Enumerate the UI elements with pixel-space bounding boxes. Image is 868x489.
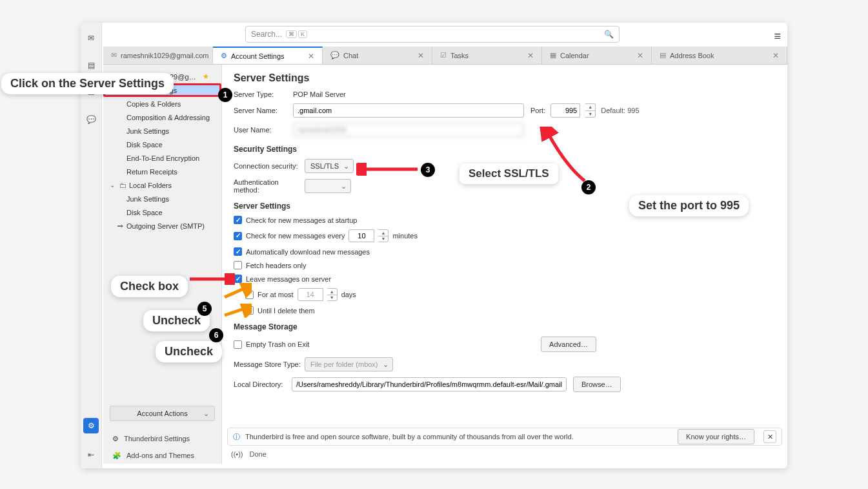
at-most-input[interactable]	[298, 288, 323, 301]
tab-chat[interactable]: 💬 Chat ✕	[323, 47, 432, 64]
shortcut-chip: ⌘	[286, 30, 297, 38]
info-text: Thunderbird is free and open source soft…	[245, 433, 574, 441]
calendar-icon: ▦	[550, 51, 556, 59]
mail-icon: ✉	[111, 51, 117, 59]
advanced-label: Advanced…	[549, 340, 588, 348]
star-icon: ★	[203, 72, 209, 81]
account-actions-button[interactable]: Account Actions	[110, 406, 215, 421]
thunderbird-settings-link[interactable]: ⚙Thunderbird Settings	[112, 430, 221, 447]
tree-label: Return Receipts	[126, 168, 177, 176]
close-tab-icon[interactable]: ✕	[303, 52, 314, 61]
search-input[interactable]: Search... ⌘ K 🔍	[245, 26, 620, 43]
know-your-rights-button[interactable]: Know your rights…	[678, 429, 754, 444]
at-most-label-post: days	[341, 291, 356, 298]
store-type-label: Message Store Type:	[234, 360, 305, 368]
tree-label: Copies & Folders	[126, 100, 181, 108]
close-tab-icon[interactable]: ✕	[767, 51, 779, 60]
addons-link[interactable]: 🧩Add-ons and Themes	[112, 447, 221, 464]
address-book-icon: ▤	[660, 51, 666, 59]
default-port-label: Default: 995	[601, 107, 639, 114]
tree-label: Outgoing Server (SMTP)	[126, 222, 205, 230]
tree-label: Composition & Addressing	[126, 114, 210, 121]
local-folders-node[interactable]: ⌄ 🗀 Local Folders	[103, 178, 221, 192]
tree-label: End-To-End Encryption	[126, 154, 199, 162]
server-type-value: POP Mail Server	[293, 90, 346, 98]
gear-icon: ⚙	[112, 435, 119, 443]
days-stepper[interactable]: ▲▼	[327, 288, 338, 301]
settings-icon[interactable]: ⚙	[83, 418, 99, 433]
close-info-icon[interactable]: ✕	[763, 430, 776, 443]
tree-item-copies-folders[interactable]: Copies & Folders	[103, 97, 221, 110]
server-name-label: Server Name:	[234, 107, 293, 114]
page-title: Server Settings	[234, 72, 773, 84]
local-dir-label: Local Directory:	[234, 380, 292, 388]
connection-security-select[interactable]: SSL/TLS	[305, 159, 354, 173]
tree-item-local-disk[interactable]: Disk Space	[103, 205, 221, 219]
chat-icon[interactable]: 💬	[85, 114, 97, 125]
collapse-rail-icon[interactable]: ⇤	[85, 449, 97, 461]
tab-address-book[interactable]: ▤ Address Book ✕	[652, 47, 787, 64]
tree-label: Junk Settings	[126, 127, 169, 135]
tab-label: rameshnik1029@gmail.com	[121, 52, 209, 59]
tab-tasks[interactable]: ☑ Tasks ✕	[432, 47, 542, 64]
tree-item-junk[interactable]: Junk Settings	[103, 124, 221, 138]
check-startup-label: Check for new messages at startup	[246, 216, 357, 224]
auth-method-select[interactable]	[305, 179, 351, 193]
check-headers-only-label: Fetch headers only	[246, 262, 307, 269]
tree-label: Disk Space	[126, 209, 163, 216]
check-every[interactable]	[234, 232, 242, 240]
check-empty-trash[interactable]	[234, 340, 242, 349]
user-name-label: User Name:	[234, 126, 293, 134]
tab-account[interactable]: ✉ rameshnik1029@gmail.com	[103, 47, 213, 64]
tree-item-smtp[interactable]: ⮕ Outgoing Server (SMTP)	[103, 219, 221, 233]
check-startup[interactable]	[234, 216, 242, 224]
tab-label: Address Book	[670, 52, 714, 59]
gear-icon: ⚙	[221, 52, 227, 60]
check-for-at-most[interactable]	[245, 291, 254, 299]
tab-calendar[interactable]: ▦ Calendar ✕	[542, 47, 652, 64]
tree-item-disk-space[interactable]: Disk Space	[103, 138, 221, 151]
check-until-delete[interactable]	[245, 306, 254, 315]
badge-5: 5	[197, 302, 212, 316]
conn-sec-label: Connection security:	[234, 162, 305, 170]
server-name-input[interactable]	[293, 103, 524, 118]
tree-item-e2e[interactable]: End-To-End Encryption	[103, 151, 221, 165]
browse-button[interactable]: Browse…	[573, 377, 621, 392]
tree-label: Disk Space	[126, 141, 163, 149]
tree-item-local-junk[interactable]: Junk Settings	[103, 192, 221, 205]
callout-3: Select SSL/TLS	[459, 163, 558, 184]
tree-label: Junk Settings	[126, 195, 169, 203]
tab-account-settings[interactable]: ⚙ Account Settings ✕	[213, 47, 323, 64]
port-input[interactable]	[550, 103, 580, 118]
check-every-input[interactable]	[348, 229, 374, 242]
close-tab-icon[interactable]: ✕	[632, 51, 643, 60]
tab-label: Calendar	[560, 52, 589, 59]
minutes-stepper[interactable]: ▲▼	[378, 229, 389, 242]
check-auto-download[interactable]	[234, 247, 242, 256]
check-every-label-pre: Check for new messages every	[246, 232, 345, 240]
chat-icon: 💬	[330, 51, 339, 59]
content-pane: Server Settings Server Type: POP Mail Se…	[222, 65, 787, 464]
tree-item-composition[interactable]: Composition & Addressing	[103, 110, 221, 124]
search-bar: Search... ⌘ K 🔍	[245, 26, 620, 43]
hamburger-menu-icon[interactable]: ≡	[774, 30, 781, 43]
address-book-icon[interactable]: ▤	[85, 59, 97, 71]
status-text: Done	[250, 450, 267, 458]
puzzle-icon: 🧩	[112, 452, 121, 460]
tree-label: Local Folders	[129, 182, 172, 189]
advanced-button[interactable]: Advanced…	[541, 337, 596, 352]
close-tab-icon[interactable]: ✕	[522, 51, 534, 60]
magnify-icon: 🔍	[604, 30, 614, 39]
check-leave-on-server[interactable]	[234, 275, 242, 283]
store-type-select: File per folder (mbox)	[305, 357, 393, 371]
local-dir-input[interactable]	[292, 377, 567, 391]
account-actions-label: Account Actions	[137, 410, 187, 417]
chevron-down-icon: ⌄	[110, 182, 116, 189]
check-headers-only[interactable]	[234, 261, 242, 269]
user-name-input[interactable]	[293, 123, 524, 137]
tree-item-return-receipts[interactable]: Return Receipts	[103, 165, 221, 178]
close-tab-icon[interactable]: ✕	[412, 51, 424, 60]
folder-icon: 🗀	[119, 182, 126, 189]
mail-icon[interactable]: ✉	[85, 32, 97, 44]
port-stepper[interactable]: ▲▼	[585, 103, 596, 118]
